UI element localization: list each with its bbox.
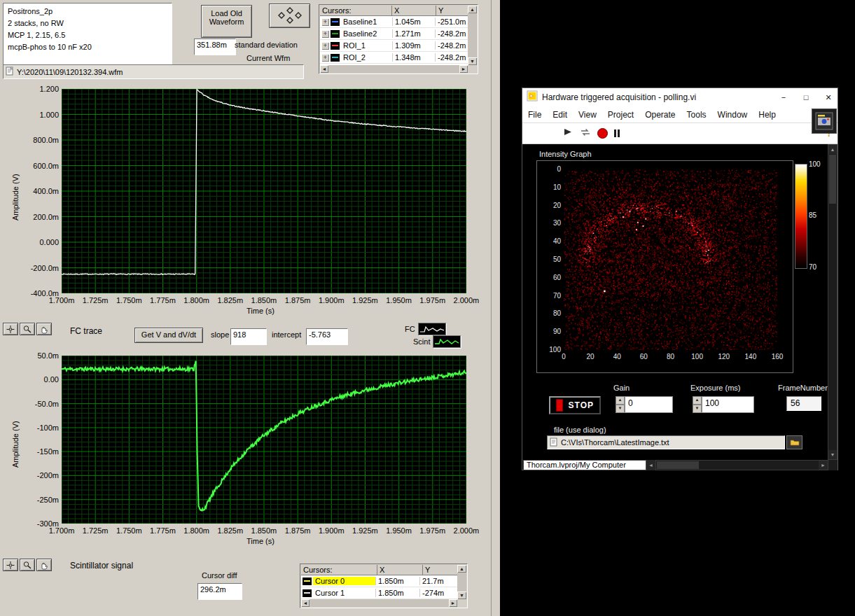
cursor-tool-button[interactable] — [3, 559, 18, 571]
graph1-y-axis-label: Amplitude (V) — [11, 174, 20, 220]
menu-item[interactable]: Window — [712, 110, 753, 120]
scroll-right-icon[interactable]: ► — [459, 65, 468, 73]
fc-legend[interactable]: FC — [405, 323, 446, 335]
scroll-down-icon[interactable]: ▼ — [828, 450, 837, 459]
scroll-left-icon[interactable]: ◄ — [320, 65, 328, 73]
scroll-left-icon[interactable]: ◄ — [301, 599, 310, 607]
spinner-arrows[interactable]: ▲▼ — [693, 396, 702, 413]
scroll-right-icon[interactable]: ► — [449, 599, 457, 607]
pause-button[interactable] — [614, 130, 620, 137]
cursor-diff-value[interactable]: 296.2m — [197, 583, 242, 600]
cursor-row[interactable]: + ROI_1 1.309m -248.2m — [320, 40, 468, 52]
pan-tool-button[interactable] — [36, 559, 52, 571]
scint-legend[interactable]: Scint — [413, 335, 461, 348]
vscroll-thumb[interactable] — [829, 155, 836, 204]
menu-item[interactable]: Operate — [639, 110, 681, 120]
scroll-down-icon[interactable]: ▼ — [468, 57, 477, 65]
gain-control[interactable]: ▲▼ 0 — [616, 396, 673, 413]
x-tick-label: 1.900m — [316, 296, 347, 305]
zoom-tool-button[interactable] — [20, 323, 35, 335]
run-button[interactable] — [563, 127, 574, 140]
cursor-style-icon[interactable] — [303, 589, 312, 597]
wfm-path-control[interactable]: Y:\2020\11\09\120132.394.wfm — [3, 64, 304, 79]
menu-item[interactable]: Help — [753, 110, 781, 120]
cursor-expand-icon[interactable]: + — [321, 30, 329, 38]
cursor-tool-button[interactable] — [3, 323, 18, 335]
fc-legend-plot-icon[interactable] — [418, 323, 446, 335]
notes-line: mcpB-phos to 10 nF x20 — [8, 41, 167, 53]
window-vscrollbar[interactable]: ▲ ▼ — [828, 144, 837, 460]
cursor-style-icon[interactable] — [331, 30, 340, 38]
menu-item[interactable]: Tools — [681, 110, 712, 120]
scroll-down-icon[interactable]: ▼ — [457, 592, 466, 599]
intercept-label: intercept — [272, 330, 301, 339]
y-tick-label: 0.00 — [44, 375, 59, 384]
menu-item[interactable]: Project — [602, 110, 639, 120]
cursor-expand-icon[interactable]: + — [321, 42, 329, 50]
cursor-expand-icon[interactable]: + — [321, 54, 329, 62]
notes-box[interactable]: Positrons_2p 2 stacks, no RW MCP 1, 2.15… — [3, 3, 172, 66]
diamond-nav-button[interactable] — [269, 4, 310, 28]
vi-icon[interactable] — [812, 108, 837, 134]
gain-value[interactable]: 0 — [625, 396, 673, 413]
titlebar[interactable]: Hardware triggered acquisition - polling… — [522, 88, 837, 106]
get-v-dvdt-button[interactable]: Get V and dV/dt — [134, 328, 203, 343]
exposure-value[interactable]: 100 — [702, 396, 754, 413]
cursor-expand-icon[interactable]: + — [321, 18, 329, 26]
scint-graph-plot[interactable] — [62, 356, 466, 524]
hscroll-thumb[interactable] — [657, 461, 699, 469]
increment-icon[interactable]: ▲ — [693, 396, 702, 405]
std-dev-value[interactable]: 351.88m — [194, 38, 236, 55]
cursor-row[interactable]: + ROI_2 1.348m -248.2m — [320, 52, 468, 64]
fc-graph-plot[interactable] — [62, 89, 466, 293]
cursor-y: -248.2m — [436, 41, 468, 50]
stop-label: STOP — [569, 400, 594, 410]
menu-item[interactable]: Edit — [547, 110, 573, 120]
file-path-control[interactable]: C:\VIs\Thorcam\LatestImage.txt — [547, 435, 785, 449]
cursor-x: 1.045m — [393, 18, 436, 26]
status-scroll-left-icon[interactable]: ◄ — [646, 460, 655, 470]
window-hscrollbar[interactable]: ► — [655, 460, 828, 470]
intensity-color-ramp[interactable] — [795, 164, 807, 269]
cursor-style-icon[interactable] — [331, 42, 340, 50]
run-continuous-button[interactable] — [580, 127, 591, 140]
load-old-waveform-button[interactable]: Load Old Waveform — [201, 5, 252, 38]
panel-scroll-strip[interactable] — [491, 0, 500, 616]
browse-button[interactable] — [786, 435, 802, 449]
minimize-button[interactable]: − — [774, 88, 793, 106]
cursor-table-hscrollbar[interactable]: ◄► — [320, 65, 468, 73]
intensity-plot[interactable] — [564, 169, 777, 350]
menu-item[interactable]: File — [522, 110, 547, 120]
cursor-table-vscrollbar[interactable]: ▲▼ — [468, 6, 477, 65]
increment-icon[interactable]: ▲ — [616, 396, 625, 405]
scint-legend-plot-icon[interactable] — [433, 335, 461, 348]
cursor-table-vscrollbar[interactable]: ▲▼ — [457, 565, 466, 599]
close-button[interactable]: ✕ — [819, 88, 837, 106]
scroll-right-icon[interactable]: ► — [819, 461, 828, 470]
scroll-up-icon[interactable]: ▲ — [457, 565, 466, 573]
exposure-control[interactable]: ▲▼ 100 — [693, 396, 754, 413]
cursor-style-icon[interactable] — [331, 54, 340, 62]
cursor-row[interactable]: Cursor 0 1.850m 21.7m — [301, 575, 457, 587]
cursor-table-hscrollbar[interactable]: ◄► — [301, 599, 457, 607]
scroll-up-icon[interactable]: ▲ — [468, 6, 477, 13]
cursor-row[interactable]: + Baseline2 1.271m -248.2m — [320, 28, 468, 40]
decrement-icon[interactable]: ▼ — [616, 405, 625, 413]
spinner-arrows[interactable]: ▲▼ — [616, 396, 625, 413]
x-tick-label: 1.700m — [46, 526, 77, 536]
cursor-style-icon[interactable] — [331, 18, 340, 26]
stop-button[interactable]: STOP — [549, 396, 601, 414]
intercept-value[interactable]: -5.763 — [306, 328, 348, 345]
abort-button[interactable] — [597, 128, 608, 139]
menu-item[interactable]: View — [573, 110, 602, 120]
zoom-tool-button[interactable] — [20, 559, 35, 571]
maximize-button[interactable]: □ — [797, 88, 815, 106]
cursor-row[interactable]: + Baseline1 1.045m -251.0m — [320, 16, 468, 28]
cursor-row[interactable]: Cursor 1 1.850m -274m — [301, 587, 457, 599]
scroll-up-icon[interactable]: ▲ — [828, 145, 837, 154]
pan-tool-button[interactable] — [36, 323, 52, 335]
decrement-icon[interactable]: ▼ — [693, 405, 702, 413]
slope-value[interactable]: 918 — [230, 328, 267, 345]
cursor-style-icon[interactable] — [303, 578, 312, 585]
status-bar[interactable]: Thorcam.lvproj/My Computer — [523, 460, 646, 470]
